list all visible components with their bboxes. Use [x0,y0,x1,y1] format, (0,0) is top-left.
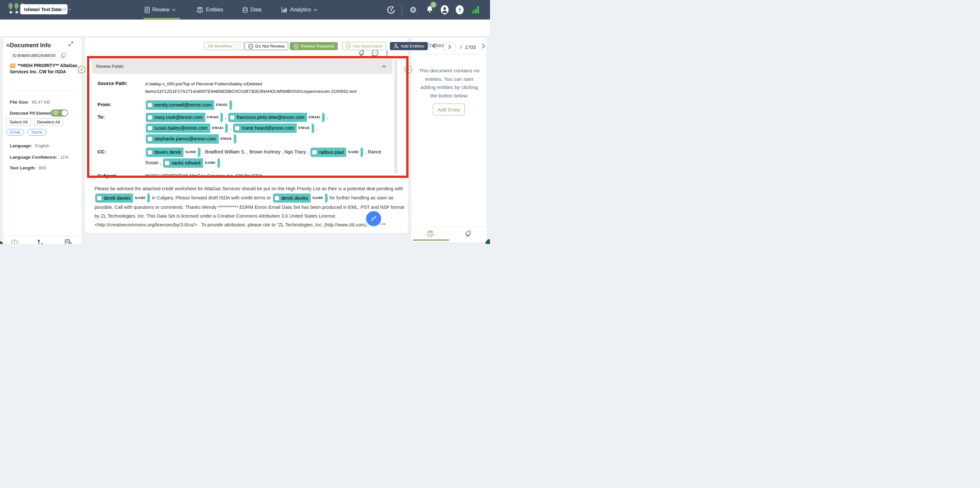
do-not-review-button[interactable]: Do Not Review [245,42,288,50]
field-text: , [229,125,232,130]
page-number-input[interactable] [444,43,455,51]
pii-chip-checkbox[interactable] [97,196,102,201]
pii-chip[interactable]: wendy.conwell@enron.comEMAIL [146,100,232,110]
pii-chip-checkbox[interactable] [312,150,317,155]
pii-elements-label: Detected PII Elements: [10,111,57,116]
review-field-row: To:mary.cook@enron.comEMAIL , francisco.… [97,112,395,144]
field-text: , Bradford William S. , Brown Kortney , … [201,149,310,154]
pii-type-badge: NAME [346,146,361,158]
field-text: , [315,125,318,130]
pii-visibility-toggle[interactable] [51,109,68,117]
tags-tab-icon[interactable] [464,230,471,238]
add-entities-button[interactable]: Add Entities [390,42,428,50]
deselect-all-button[interactable]: Deselect All [34,118,64,126]
review-required-button[interactable]: Review Required [290,42,338,50]
pii-chip[interactable]: derek daviesNAME [273,193,328,203]
copy-icon[interactable] [61,53,65,58]
pii-chip-value: derek davies [282,194,308,203]
pii-chip-value: sacks edward [172,158,200,168]
select-all-button[interactable]: Select All [6,118,31,126]
language-row: Language:English [10,143,49,148]
language-confidence-row: Language Confidence:11% [10,155,69,160]
pii-chip-value: francisco.pinto.leite@enron.com [237,112,304,123]
chevron-down-icon [313,9,317,11]
pii-chip[interactable]: marie.heard@enron.comEMAIL [233,124,314,133]
alt-workflow-button[interactable]: Alt Workflow ⋯ [204,42,244,50]
tag-icon[interactable] [358,50,365,57]
pii-chip[interactable]: radous paulNAME [310,147,363,157]
text-length-value: 693 [39,165,46,170]
plus-circle-icon [293,44,299,49]
magic-wand-icon [370,215,377,222]
pii-chip-checkbox[interactable] [230,115,235,120]
help-icon[interactable]: ? [456,0,464,19]
info-tab-icon[interactable] [11,239,18,244]
entities-panel: No Entities This document contains no en… [411,38,487,242]
project-version: V4 [61,7,66,12]
history-icon[interactable] [387,0,395,19]
pii-chip-checkbox[interactable] [147,136,152,141]
comment-icon[interactable] [372,49,379,57]
more-options-icon[interactable] [386,50,388,57]
text-length-row: Text Length:693 [10,165,46,170]
field-value: zl bailey-s_000.pst/Top of Personal Fold… [145,78,390,95]
collapse-left-panel-button[interactable] [77,65,86,74]
field-text: zl bailey-s_000.pst/Top of Personal Fold… [145,81,357,94]
pii-chip-value: stephanie.panus@enron.com [154,133,216,144]
pii-type-pill-email[interactable]: Email [6,129,24,136]
hierarchy-tab-icon[interactable] [37,239,44,244]
not-reportable-button[interactable]: Not Reportable [342,42,386,50]
left-panel-tab-bar [3,236,81,244]
field-text: , [325,114,328,120]
pii-chip-checkbox[interactable] [147,115,152,120]
add-entity-button[interactable]: Add Entity [433,104,465,115]
field-label: Subject: [97,171,145,181]
page-total: 1703 [465,44,476,50]
tab-analytics[interactable]: Analytics [282,0,317,19]
pii-chip[interactable]: francisco.pinto.leite@enron.comEMAIL [228,113,325,122]
pii-chip-value: davies derek [154,147,181,158]
pii-type-pill-name[interactable]: Name [27,129,46,136]
auto-detect-button[interactable] [366,211,381,226]
field-label: To: [97,112,145,144]
field-label: From: [97,99,145,110]
divider [419,54,480,54]
pii-chip[interactable]: derek daviesNAME [95,193,150,203]
pii-chip[interactable]: davies derekNAME [146,147,200,157]
people-icon [196,7,204,13]
pii-chip-checkbox[interactable] [147,103,152,108]
next-page-icon[interactable] [482,43,485,49]
pii-type-badge: EMAIL [219,133,234,145]
review-fields-header[interactable]: Review Fields [92,59,393,74]
document-history-tab-icon[interactable] [65,239,72,244]
entities-tab-icon[interactable] [426,230,434,237]
pii-chip-checkbox[interactable] [147,126,152,131]
pii-chip-checkbox[interactable] [165,161,170,165]
back-arrow-icon[interactable] [4,42,12,49]
pii-chip-checkbox[interactable] [147,150,152,155]
gear-icon[interactable]: ⚙ [409,0,417,19]
chevron-down-icon [68,8,71,10]
pii-chip[interactable]: susan.bailey@enron.comEMAIL [146,124,228,133]
pii-chip[interactable]: stephanie.panus@enron.comEMAIL [146,134,236,144]
tab-data[interactable]: Data [243,0,261,19]
pii-chip[interactable]: sacks edwardNAME [163,158,220,168]
app-window: Ishwari Test Data V4 Review Entities Dat… [0,0,490,244]
tab-review[interactable]: Review [145,0,175,19]
field-value: davies derekNAME , Bradford William S. ,… [145,147,385,168]
pii-chip[interactable]: mary.cook@enron.comEMAIL [146,113,223,122]
previous-page-icon[interactable] [432,43,436,49]
avatar-icon[interactable] [441,0,449,19]
pii-chip-checkbox[interactable] [275,196,279,201]
collapse-right-panel-button[interactable] [404,65,412,74]
expand-panel-icon[interactable] [68,41,74,47]
pii-chip-value: derek davies [104,194,130,203]
pii-chip-checkbox[interactable] [235,126,240,131]
tab-entities[interactable]: Entities [196,0,223,19]
project-selector[interactable]: Ishwari Test Data V4 [20,4,67,14]
tab-label: Data [250,7,261,13]
shield-check-icon [346,43,351,49]
corner-widget [0,241,3,244]
field-value: **HIGH PRIORITY** AltaGas Services Inc. … [145,171,262,181]
language-label: Language: [10,143,32,148]
